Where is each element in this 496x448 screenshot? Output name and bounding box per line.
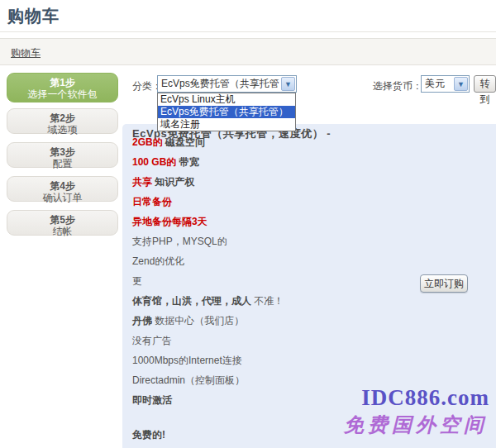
feature-text: 数据中心（我们店） (152, 315, 244, 326)
title-divider (0, 31, 496, 32)
category-dropdown-list: EcVps Linux主机EcVps免费托管（共享托管）域名注册 (157, 93, 296, 131)
step-number: 第4步 (7, 180, 117, 192)
chevron-down-icon[interactable]: ▼ (281, 77, 295, 91)
step-label: 结帐 (7, 226, 117, 237)
breadcrumb: 购物车 (0, 38, 496, 65)
step-label: 域选项 (7, 124, 117, 136)
dropdown-option-2[interactable]: EcVps免费托管（共享托管） (158, 106, 295, 118)
feature-text: 异地备份每隔3天 (132, 216, 207, 227)
currency-select[interactable]: 美元 ▼ (421, 75, 470, 93)
feature-line: 丹佛 数据中心（我们店） (132, 311, 479, 331)
feature-text: Zend的优化 (132, 255, 184, 267)
step-item-5[interactable]: 第5步结帐 (7, 210, 118, 236)
feature-text: 即时激活 (132, 394, 172, 406)
step-number: 第5步 (7, 214, 117, 226)
currency-label: 选择货币： (373, 79, 422, 93)
feature-text: Directadmin（控制面板） (132, 374, 245, 386)
feature-line: Zend的优化 (132, 251, 479, 271)
dropdown-option-1[interactable]: EcVps Linux主机 (158, 93, 295, 106)
feature-text: 磁盘空间 (163, 136, 205, 148)
feature-line: 异地备份每隔3天 (132, 212, 479, 231)
feature-text: 知识产权 (152, 176, 194, 188)
feature-text: 没有广告 (132, 335, 172, 346)
step-item-3[interactable]: 第3步配置 (7, 142, 118, 168)
step-number: 第2步 (7, 112, 117, 124)
product-panel: EcVps免费托管（共享托管，速度优） - 2GB的 磁盘空间100 GB的 带… (122, 124, 496, 448)
step-item-2[interactable]: 第2步域选项 (7, 108, 118, 134)
dropdown-option-3[interactable]: 域名注册 (158, 118, 295, 131)
feature-text: 体育馆，山洪，代理，成人 (132, 295, 251, 307)
feature-line: 没有广告 (132, 331, 479, 350)
step-item-1[interactable]: 第1步选择一个软件包 (7, 73, 118, 102)
feature-text: 2GB的 (132, 136, 163, 148)
order-now-button[interactable]: 立即订购 (420, 274, 468, 293)
step-label: 确认订单 (7, 192, 117, 203)
step-label: 选择一个软件包 (7, 88, 117, 100)
page-title: 购物车 (7, 5, 60, 27)
category-select-value: EcVps免费托管（共享托管） (158, 77, 280, 91)
step-number: 第3步 (7, 146, 117, 158)
category-select[interactable]: EcVps免费托管（共享托管） ▼ (157, 75, 297, 93)
feature-text: 100 GB的 (132, 156, 176, 168)
feature-text: 更 (132, 275, 142, 287)
feature-text: 共享 (132, 176, 152, 188)
currency-select-value: 美元 (422, 77, 453, 91)
feature-line: 1000Mbps的Internet连接 (132, 350, 479, 370)
step-item-4[interactable]: 第4步确认订单 (7, 176, 118, 202)
feature-line: 日常备份 (132, 192, 479, 212)
feature-line: 共享 知识产权 (132, 172, 479, 192)
feature-text: 带宽 (176, 156, 198, 168)
feature-line: 体育馆，山洪，代理，成人 不准！ (132, 291, 479, 311)
shopping-cart-page: 购物车 购物车 第1步选择一个软件包第2步域选项第3步配置第4步确认订单第5步结… (0, 0, 496, 448)
feature-line: 2GB的 磁盘空间 (132, 132, 479, 152)
free-price-note: 免费的! (132, 428, 165, 442)
step-number: 第1步 (7, 77, 117, 88)
feature-text: 不准！ (251, 295, 284, 307)
feature-text: 丹佛 (132, 315, 152, 326)
breadcrumb-link-cart[interactable]: 购物车 (11, 46, 41, 60)
chevron-down-icon[interactable]: ▼ (454, 77, 468, 91)
watermark-site-text: IDC886.com (361, 385, 489, 411)
watermark-slogan-text: 免费国外空间 (344, 412, 488, 438)
product-feature-list: 2GB的 磁盘空间100 GB的 带宽共享 知识产权日常备份异地备份每隔3天支持… (132, 132, 479, 410)
feature-line: 100 GB的 带宽 (132, 152, 479, 172)
feature-text: 1000Mbps的Internet连接 (132, 355, 242, 366)
currency-go-button[interactable]: 转到 (474, 75, 496, 93)
feature-text: 日常备份 (132, 196, 172, 207)
step-label: 配置 (7, 158, 117, 169)
feature-line: 支持PHP，MYSQL的 (132, 231, 479, 251)
feature-text: 支持PHP，MYSQL的 (132, 236, 227, 247)
